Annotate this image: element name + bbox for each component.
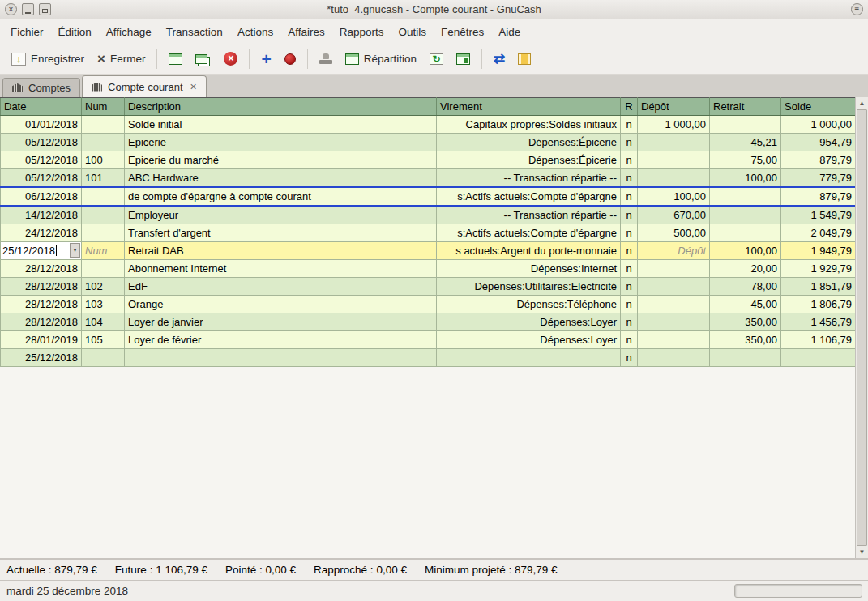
cell-num[interactable]: 105 (82, 331, 125, 349)
enter-button[interactable]: + (254, 49, 277, 70)
cell-num[interactable] (82, 224, 125, 242)
menu-item-aide[interactable]: Aide (491, 22, 528, 42)
menu-item-rapports[interactable]: Rapports (332, 22, 391, 42)
cell-retrait[interactable]: 75,00 (710, 151, 781, 169)
cell-virement[interactable]: Dépenses:Téléphone (437, 296, 621, 313)
close-button[interactable]: × Fermer (91, 49, 152, 69)
menu-item-fichier[interactable]: Fichier (3, 22, 51, 42)
cell-description[interactable]: Loyer de février (125, 331, 437, 349)
cell-retrait[interactable]: 78,00 (710, 278, 781, 296)
cell-virement[interactable]: Capitaux propres:Soldes initiaux (437, 116, 621, 134)
cell-solde[interactable]: 2 049,79 (781, 224, 856, 242)
cell-solde[interactable]: 1 949,79 (781, 242, 856, 260)
cell-depot[interactable] (638, 296, 710, 313)
reconcile-button[interactable] (511, 50, 537, 68)
register-row[interactable]: 28/12/2018Abonnement InternetDépenses:In… (1, 260, 856, 278)
cell-r[interactable]: n (621, 296, 638, 313)
cell-retrait[interactable]: 20,00 (710, 260, 781, 278)
cell-depot[interactable]: 1 000,00 (638, 116, 710, 134)
cell-solde[interactable]: 1 549,79 (781, 206, 856, 224)
cell-solde[interactable]: 1 929,79 (781, 260, 856, 278)
cell-description[interactable]: Solde initial (125, 116, 437, 134)
jump-button[interactable]: ↻ (423, 50, 450, 68)
cell-r[interactable]: n (621, 224, 638, 242)
column-header-r[interactable]: R (621, 98, 638, 116)
window-menu-button[interactable]: ≡ (851, 3, 863, 15)
scroll-down-button[interactable]: ▼ (856, 546, 868, 558)
cell-date[interactable]: 28/01/2019 (1, 331, 82, 349)
cell-virement[interactable]: Dépenses:Loyer (437, 313, 621, 331)
cell-virement[interactable]: Dépenses:Épicerie (437, 134, 621, 151)
cell-date[interactable]: 28/12/2018 (1, 278, 82, 296)
register-row[interactable]: 24/12/2018Transfert d'argents:Actifs act… (1, 224, 856, 242)
cell-description[interactable]: Epicerie du marché (125, 151, 437, 169)
cell-r[interactable]: n (621, 187, 638, 206)
cell-retrait[interactable]: 100,00 (710, 169, 781, 188)
cell-description[interactable]: de compte d'épargne à compte courant (125, 187, 437, 206)
cell-date[interactable]: 28/12/2018 (1, 296, 82, 313)
transfer-button[interactable]: ⇄ (487, 49, 511, 69)
window-maximize-button[interactable] (39, 3, 51, 15)
cell-solde[interactable]: 1 806,79 (781, 296, 856, 313)
cell-depot[interactable] (638, 260, 710, 278)
cell-r[interactable]: n (621, 260, 638, 278)
cell-num[interactable]: 101 (82, 169, 125, 188)
cell-virement[interactable]: s:Actifs actuels:Compte d'épargne (437, 187, 621, 206)
cell-solde[interactable]: 1 456,79 (781, 313, 856, 331)
cell-retrait[interactable]: 45,21 (710, 134, 781, 151)
column-header-depot[interactable]: Dépôt (638, 98, 710, 116)
cell-num[interactable]: 102 (82, 278, 125, 296)
cell-r[interactable]: n (621, 313, 638, 331)
delete-button[interactable]: × (217, 49, 244, 69)
register-row[interactable]: 05/12/2018EpicerieDépenses:Épicerien45,2… (1, 134, 856, 151)
cell-description[interactable]: EdF (125, 278, 437, 296)
cell-r[interactable]: n (621, 116, 638, 134)
cell-depot[interactable] (638, 313, 710, 331)
cell-description[interactable]: Loyer de janvier (125, 313, 437, 331)
cell-date[interactable]: 01/01/2018 (1, 116, 82, 134)
cell-solde[interactable]: 1 851,79 (781, 278, 856, 296)
cell-retrait[interactable]: 350,00 (710, 331, 781, 349)
cell-retrait[interactable]: 45,00 (710, 296, 781, 313)
cell-virement[interactable]: s:Actifs actuels:Compte d'épargne (437, 224, 621, 242)
column-header-virement[interactable]: Virement (437, 98, 621, 116)
menu-item-transaction[interactable]: Transaction (159, 22, 230, 42)
cell-retrait[interactable] (710, 224, 781, 242)
cell-date[interactable]: 24/12/2018 (1, 224, 82, 242)
tab-close-icon[interactable]: × (189, 81, 197, 92)
register-row[interactable]: 28/01/2019105Loyer de févrierDépenses:Lo… (1, 331, 856, 349)
column-header-num[interactable]: Num (82, 98, 125, 116)
cell-r[interactable]: n (621, 206, 638, 224)
window-close-button[interactable]: × (5, 3, 17, 15)
cell-date[interactable]: 14/12/2018 (1, 206, 82, 224)
register-row[interactable]: 01/01/2018Solde initialCapitaux propres:… (1, 116, 856, 134)
menu-item-outils[interactable]: Outils (391, 22, 434, 42)
cell-virement[interactable]: Dépenses:Utilitaires:Electricité (437, 278, 621, 296)
cell-virement[interactable]: Dépenses:Épicerie (437, 151, 621, 169)
cell-num[interactable]: 104 (82, 313, 125, 331)
cell-date[interactable]: 05/12/2018 (1, 134, 82, 151)
cell-depot[interactable] (638, 349, 710, 367)
register-row[interactable]: 25/12/2018n (1, 349, 856, 367)
date-picker-button[interactable]: ▾ (70, 243, 80, 258)
cell-description[interactable]: Orange (125, 296, 437, 313)
cell-retrait[interactable]: 350,00 (710, 313, 781, 331)
cell-solde[interactable] (781, 349, 856, 367)
split-button[interactable]: Répartition (339, 49, 423, 68)
menu-item-actions[interactable]: Actions (230, 22, 280, 42)
cell-retrait[interactable] (710, 206, 781, 224)
cell-depot[interactable] (638, 134, 710, 151)
cell-r[interactable]: n (621, 349, 638, 367)
cancel-button[interactable] (278, 50, 302, 68)
register-row[interactable]: 28/12/2018104Loyer de janvierDépenses:Lo… (1, 313, 856, 331)
cell-description[interactable]: Retrait DAB (125, 242, 437, 260)
cell-date[interactable]: 06/12/2018 (1, 187, 82, 206)
cell-r[interactable]: n (621, 169, 638, 188)
register-row[interactable]: 14/12/2018Employeur-- Transaction répart… (1, 206, 856, 224)
duplicate-button[interactable] (162, 50, 189, 68)
scroll-up-button[interactable]: ▲ (856, 97, 868, 109)
column-header-retrait[interactable]: Retrait (710, 98, 781, 116)
cell-num[interactable] (82, 349, 125, 367)
cell-r[interactable]: n (621, 331, 638, 349)
cell-description[interactable]: Abonnement Internet (125, 260, 437, 278)
